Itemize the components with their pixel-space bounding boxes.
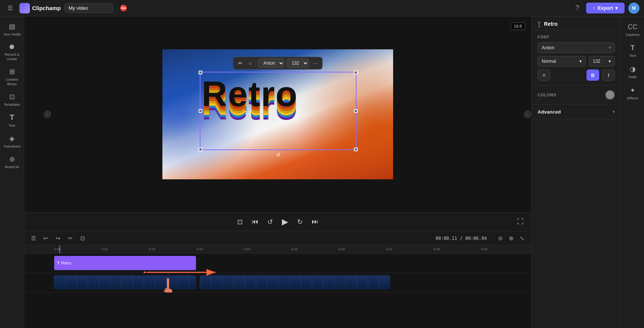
cut-button[interactable]: ✂ — [66, 234, 75, 243]
font-section-label: Font — [538, 35, 615, 39]
align-left-button[interactable]: ≡ — [538, 69, 550, 81]
timeline-settings-button[interactable]: ☰ — [29, 234, 38, 243]
retro-text[interactable]: Retro — [202, 74, 298, 114]
sidebar-item-content-library[interactable]: ⊞ Contentlibrary — [1, 65, 23, 89]
export-button[interactable]: ↑ Export ▾ — [586, 3, 625, 13]
record-icon: ⏺ — [9, 43, 15, 51]
templates-icon: ⊡ — [9, 93, 15, 101]
ruler-3: 0:03 — [196, 247, 203, 251]
rewind-button[interactable]: ↺ — [266, 216, 274, 228]
video-title-input[interactable] — [65, 3, 113, 13]
ruler-4: 0:04 — [244, 247, 251, 251]
video-clip-left[interactable] — [54, 275, 196, 290]
ruler-9: 0:09 — [481, 247, 488, 251]
auto-save-button[interactable]: ⛔ — [117, 3, 130, 13]
text-toolbar: ✏ ○ Anton 132 ··· — [233, 57, 323, 69]
zoom-in-button[interactable]: ⊕ — [507, 234, 516, 243]
text-clip[interactable]: T Retro — [54, 256, 196, 270]
export-chevron-icon: ▾ — [615, 5, 618, 11]
sidebar-item-record[interactable]: ⏺ Record &create — [1, 40, 23, 64]
sidebar-item-your-media[interactable]: ▤ Your media — [1, 19, 23, 39]
content-library-label: Contentlibrary — [6, 77, 18, 86]
sidebar-item-text[interactable]: T Text — [1, 110, 23, 130]
current-time: 00:00.11 / 00:06.94 — [436, 236, 487, 241]
right-panel: T̲ Retro Font Anton ▾ Normal ▾ 132 ▾ — [531, 16, 621, 328]
more-options-button[interactable]: ··· — [311, 59, 319, 67]
zoom-out-button[interactable]: ⊖ — [496, 234, 505, 243]
colors-section: Colors — [532, 86, 621, 105]
help-button[interactable]: ? — [572, 3, 582, 13]
fit-timeline-button[interactable]: ⤡ — [517, 234, 527, 243]
undo-button[interactable]: ↩ — [41, 234, 50, 243]
forward-button[interactable]: ↻ — [296, 216, 304, 228]
video-track-row — [24, 273, 531, 293]
export-icon: ↑ — [593, 5, 595, 11]
font-name-dropdown[interactable]: Anton ▾ — [538, 42, 615, 53]
templates-label: Templates — [4, 102, 20, 106]
timeline-content: 0:00 0:01 0:02 0:03 0:04 0:05 0:06 0:07 … — [24, 245, 531, 328]
screen-capture-button[interactable]: ⊡ — [236, 216, 244, 228]
captions-button[interactable]: CC Captions — [623, 20, 643, 40]
logo-icon — [19, 3, 30, 13]
hamburger-button[interactable]: ☰ — [4, 3, 16, 13]
preview-area: 16:9 ✏ ○ Anton 132 — [24, 16, 531, 212]
timeline-toolbar: ☰ ↩ ↪ ✂ ⊡ 00:00.11 / 00:06.94 ⊖ ⊕ ⤡ ∧ — [24, 231, 531, 245]
bold-button[interactable]: B — [587, 69, 599, 81]
font-style-dropdown[interactable]: Normal ▾ — [538, 56, 586, 66]
ruler-6: 0:06 — [339, 247, 345, 251]
text-edit-button[interactable]: ✏ — [236, 59, 245, 67]
italic-button[interactable]: I — [602, 69, 615, 81]
advanced-row[interactable]: Advanced ▾ — [538, 109, 615, 115]
fullscreen-button[interactable]: ⛶ — [516, 216, 525, 227]
divider — [256, 59, 256, 67]
ruler-2: 0:02 — [149, 247, 156, 251]
effects-button[interactable]: ✦ Effects — [623, 83, 643, 103]
sidebar-item-transitions[interactable]: ◈ Transitions — [1, 131, 23, 151]
fade-button[interactable]: ◑ Fade — [623, 62, 643, 82]
transitions-icon: ◈ — [9, 134, 15, 143]
play-button[interactable]: ▶ — [280, 216, 290, 228]
font-size-select[interactable]: 132 — [287, 59, 309, 68]
ruler-1: 0:01 — [102, 247, 108, 251]
text-tool-button[interactable]: T Text — [623, 41, 643, 61]
time-ruler: 0:00 0:01 0:02 0:03 0:04 0:05 0:06 0:07 … — [24, 245, 531, 254]
video-clip-right[interactable] — [200, 275, 390, 290]
colors-row: Colors — [538, 90, 615, 100]
skip-back-button[interactable]: ⏮ — [250, 216, 260, 227]
effects-icon: ✦ — [630, 86, 635, 95]
transitions-label: Transitions — [3, 144, 21, 148]
collapse-left-panel-button[interactable]: ‹ — [44, 111, 51, 118]
your-media-label: Your media — [3, 32, 21, 36]
app-name: Clipchamp — [32, 5, 61, 11]
skip-forward-button[interactable]: ⏭ — [310, 216, 320, 227]
sidebar-item-templates[interactable]: ⊡ Templates — [1, 90, 23, 109]
font-section: Font Anton ▾ Normal ▾ 132 ▾ ≡ — [532, 30, 621, 86]
advanced-section: Advanced ▾ — [532, 105, 621, 120]
center-content: 16:9 ✏ ○ Anton 132 — [24, 16, 531, 328]
collapse-right-panel-button[interactable]: › — [524, 111, 531, 118]
color-picker-button[interactable] — [605, 90, 615, 100]
sidebar-item-brand-kit[interactable]: ⊛ Brand kit — [1, 152, 23, 172]
font-style-value: Normal — [542, 59, 556, 64]
text-tool-icon: T — [631, 44, 635, 52]
font-style-row: Normal ▾ 132 ▾ — [538, 56, 615, 66]
redo-button[interactable]: ↪ — [53, 234, 63, 243]
style-chevron: ▾ — [579, 59, 582, 64]
panel-header-title: Retro — [544, 21, 558, 27]
far-right-panel: CC Captions T Text ◑ Fade ✦ Effects — [621, 16, 644, 328]
tracks-area: T Retro — [24, 254, 531, 293]
colors-label: Colors — [538, 93, 556, 97]
video-controls: ⊡ ⏮ ↺ ▶ ↻ ⏭ ⛶ — [24, 212, 531, 231]
text-circle-button[interactable]: ○ — [247, 59, 253, 67]
preview-canvas: ✏ ○ Anton 132 ··· — [162, 49, 393, 179]
app-logo: Clipchamp — [19, 3, 61, 13]
ruler-7: 0:07 — [386, 247, 393, 251]
font-name-select[interactable]: Anton — [258, 59, 284, 68]
text-tool-label: Text — [629, 53, 636, 58]
ruler-5: 0:05 — [291, 247, 298, 251]
topbar: ☰ Clipchamp ⛔ ? ↑ Export ▾ M — [0, 0, 644, 16]
font-size-dropdown[interactable]: 132 ▾ — [589, 56, 615, 66]
text-track-row: T Retro — [24, 254, 531, 273]
media-insert-button[interactable]: ⊡ — [78, 234, 87, 243]
text-label: Text — [9, 123, 15, 127]
